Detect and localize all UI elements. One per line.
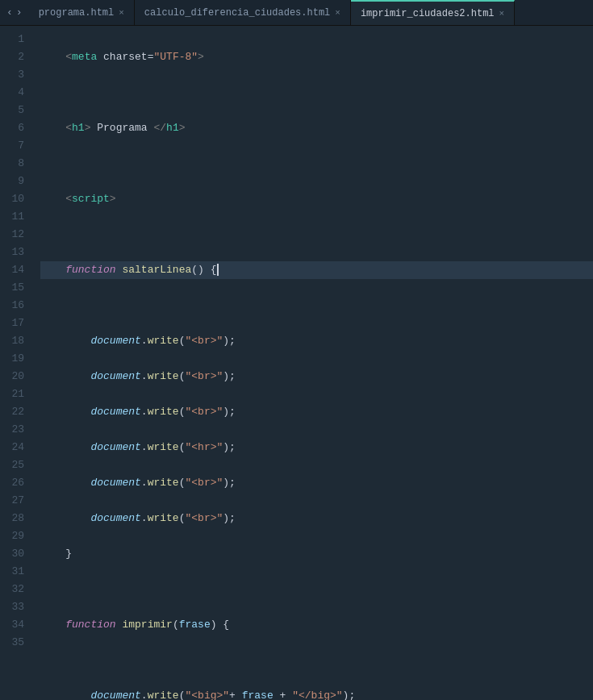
nav-arrows[interactable]: ‹ › xyxy=(0,0,29,25)
tab-label: imprimir_ciudades2.html xyxy=(361,8,495,19)
line-10: document.write("<br>"); xyxy=(40,368,593,385)
line-15: } xyxy=(40,545,593,563)
tab-label: programa.html xyxy=(39,7,115,19)
line-16 xyxy=(40,581,593,598)
line-2 xyxy=(40,84,593,102)
line-4 xyxy=(40,155,593,173)
line-5: <script> xyxy=(40,190,593,208)
line-18 xyxy=(40,652,593,669)
close-icon[interactable]: × xyxy=(119,8,124,18)
chevron-right-icon[interactable]: › xyxy=(16,6,23,19)
line-19: document.write("<big>"+ frase + "</big>"… xyxy=(40,687,593,700)
tab-label: calculo_diferencia_ciudades.html xyxy=(144,7,330,19)
line-13: document.write("<br>"); xyxy=(40,474,593,492)
editor: 1 2 3 4 5 6 7 8 9 10 11 12 13 14 15 16 1… xyxy=(0,26,593,700)
tab-imprimir[interactable]: imprimir_ciudades2.html × xyxy=(351,0,515,25)
line-9: document.write("<br>"); xyxy=(40,332,593,350)
line-14: document.write("<br>"); xyxy=(40,510,593,527)
line-numbers: 1 2 3 4 5 6 7 8 9 10 11 12 13 14 15 16 1… xyxy=(0,26,34,700)
line-8 xyxy=(40,297,593,315)
tab-bar: ‹ › programa.html × calculo_diferencia_c… xyxy=(0,0,593,26)
tab-calculo[interactable]: calculo_diferencia_ciudades.html × xyxy=(135,0,351,25)
code-content[interactable]: <meta charset="UTF-8"> <h1> Programa </h… xyxy=(34,26,593,700)
line-3: <h1> Programa </h1> xyxy=(40,119,593,137)
close-icon[interactable]: × xyxy=(499,9,505,19)
line-17: function imprimir(frase) { xyxy=(40,616,593,634)
line-6 xyxy=(40,226,593,244)
tab-programa[interactable]: programa.html × xyxy=(29,0,135,25)
line-7: function saltarLinea() { xyxy=(40,261,593,279)
close-icon[interactable]: × xyxy=(335,8,340,18)
line-1: <meta charset="UTF-8"> xyxy=(40,48,593,66)
chevron-left-icon[interactable]: ‹ xyxy=(6,6,13,19)
line-12: document.write("<hr>"); xyxy=(40,439,593,456)
line-11: document.write("<br>"); xyxy=(40,403,593,421)
